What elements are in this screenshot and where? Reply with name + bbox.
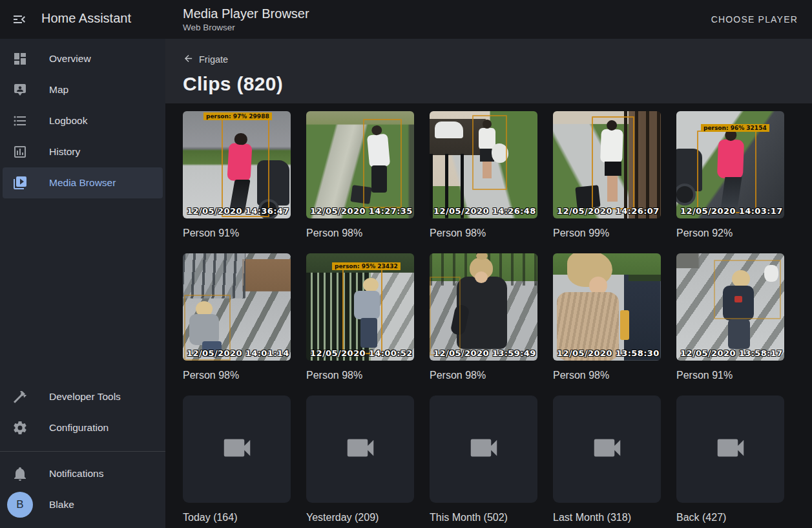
clip-timestamp: 12/05/2020 14:26:48 <box>433 206 536 216</box>
clip-card-7[interactable]: person: 95% 23432 12/05/2020 14:00:52 Pe… <box>306 253 414 381</box>
sidebar-item-user-profile[interactable]: B Blake <box>3 489 163 520</box>
folder-label: Today (164) <box>183 511 291 523</box>
video-camera-icon <box>220 430 255 468</box>
app-title: Home Assistant <box>41 11 131 26</box>
clip-thumbnail: 12/05/2020 14:26:07 <box>553 111 661 218</box>
clip-timestamp: 12/05/2020 14:27:35 <box>310 206 413 216</box>
clip-caption: Person 98% <box>430 369 537 381</box>
play-box-multiple-icon <box>12 175 28 191</box>
folder-row: Today (164) Yesterday (209) This Month (… <box>183 396 812 523</box>
clip-caption: Person 99% <box>553 227 661 239</box>
clip-row-2: 12/05/2020 14:01:14 Person 98% person: 9… <box>183 253 812 381</box>
clip-timestamp: 12/05/2020 14:26:07 <box>557 206 660 216</box>
clip-thumbnail: person: 97% 29988 12/05/2020 14:36:47 <box>183 111 291 218</box>
sidebar-item-label: Map <box>49 84 68 96</box>
folder-tile <box>430 396 537 503</box>
sidebar-toggle-button[interactable] <box>8 8 31 31</box>
folder-card-today[interactable]: Today (164) <box>183 396 291 523</box>
clip-card-4[interactable]: 12/05/2020 14:26:07 Person 99% <box>553 111 661 239</box>
home-assistant-app: Home Assistant Media Player Browser Web … <box>0 0 812 528</box>
detection-bounding-box <box>222 118 269 217</box>
detection-bounding-box <box>430 277 461 355</box>
choose-player-button[interactable]: CHOOSE PLAYER <box>706 9 803 30</box>
detection-bounding-box <box>592 116 634 209</box>
folder-tile <box>553 396 661 503</box>
clip-card-2[interactable]: 12/05/2020 14:27:35 Person 98% <box>306 111 414 239</box>
sidebar-item-map[interactable]: Map <box>3 74 163 105</box>
media-browser-content: Frigate Clips (820) person: 97% 29988 12… <box>165 39 812 528</box>
folder-label: Last Month (318) <box>553 511 661 523</box>
gear-icon <box>12 420 28 436</box>
folder-card-this-month[interactable]: This Month (502) <box>430 396 537 523</box>
clip-timestamp: 12/05/2020 13:58:17 <box>680 348 783 358</box>
view-header: Media Player Browser Web Browser <box>183 5 309 34</box>
list-bulleted-icon <box>12 113 28 129</box>
clip-card-6[interactable]: 12/05/2020 14:01:14 Person 98% <box>183 253 291 381</box>
sidebar-item-label: Configuration <box>49 422 109 434</box>
view-subtitle: Web Browser <box>183 22 309 34</box>
clip-timestamp: 12/05/2020 14:01:14 <box>187 348 289 358</box>
sidebar-item-history[interactable]: History <box>3 136 163 167</box>
sidebar-tools-group: Developer Tools Configuration <box>0 381 165 443</box>
clip-card-3[interactable]: 12/05/2020 14:26:48 Person 98% <box>430 111 537 239</box>
hammer-icon <box>12 389 28 405</box>
clip-caption: Person 98% <box>430 227 537 239</box>
sidebar-item-logbook[interactable]: Logbook <box>3 105 163 136</box>
clip-card-5[interactable]: person: 96% 32154 12/05/2020 14:03:17 Pe… <box>676 111 784 239</box>
video-camera-icon <box>343 430 378 468</box>
clip-thumbnail: 12/05/2020 13:58:17 <box>676 253 784 361</box>
sidebar-item-label: Overview <box>49 53 91 65</box>
clip-caption: Person 92% <box>676 227 784 239</box>
video-camera-icon <box>590 430 625 468</box>
clip-caption: Person 98% <box>183 369 291 381</box>
top-app-bar: Home Assistant Media Player Browser Web … <box>0 0 812 39</box>
sidebar: Overview Map Logbook History Media Brows… <box>0 39 165 528</box>
folder-tile <box>306 396 414 503</box>
clip-card-9[interactable]: 12/05/2020 13:58:30 Person 98% <box>553 253 661 381</box>
sidebar-item-configuration[interactable]: Configuration <box>3 412 163 443</box>
sidebar-item-label: Notifications <box>49 468 103 480</box>
clip-thumbnail: 12/05/2020 13:58:30 <box>553 253 661 361</box>
folder-card-last-month[interactable]: Last Month (318) <box>553 396 661 523</box>
detection-bounding-box <box>714 260 781 319</box>
clip-thumbnail: person: 96% 32154 12/05/2020 14:03:17 <box>676 111 784 218</box>
detection-bounding-box <box>363 119 402 208</box>
clip-timestamp: 12/05/2020 13:59:49 <box>433 348 536 358</box>
clip-thumbnail: 12/05/2020 14:01:14 <box>183 253 291 361</box>
folder-card-yesterday[interactable]: Yesterday (209) <box>306 396 414 523</box>
clip-thumbnail: 12/05/2020 13:59:49 <box>430 253 537 361</box>
sidebar-item-developer-tools[interactable]: Developer Tools <box>3 381 163 412</box>
view-title: Media Player Browser <box>183 5 309 22</box>
clip-caption: Person 91% <box>183 227 291 239</box>
video-camera-icon <box>713 430 748 468</box>
sidebar-item-overview[interactable]: Overview <box>3 43 163 74</box>
clip-thumbnail: person: 95% 23432 12/05/2020 14:00:52 <box>306 253 414 361</box>
clip-caption: Person 98% <box>306 227 414 239</box>
folder-label: Yesterday (209) <box>306 511 414 523</box>
arrow-left-icon <box>183 53 194 66</box>
clip-card-10[interactable]: 12/05/2020 13:58:17 Person 91% <box>676 253 784 381</box>
detection-bounding-box <box>472 115 507 190</box>
folder-label: Back (427) <box>676 511 784 523</box>
clip-caption: Person 91% <box>676 369 784 381</box>
menu-open-icon <box>12 12 27 27</box>
sidebar-bottom-group: Notifications B Blake <box>0 458 165 528</box>
user-avatar: B <box>7 492 33 518</box>
folder-tile <box>676 396 784 503</box>
video-camera-icon <box>466 430 501 468</box>
breadcrumb-label: Frigate <box>199 54 228 65</box>
sidebar-item-media-browser[interactable]: Media Browser <box>3 167 163 198</box>
clip-card-1[interactable]: person: 97% 29988 12/05/2020 14:36:47 Pe… <box>183 111 291 239</box>
clip-caption: Person 98% <box>553 369 661 381</box>
clip-caption: Person 98% <box>306 369 414 381</box>
sidebar-item-label: History <box>49 146 80 158</box>
sidebar-item-notifications[interactable]: Notifications <box>3 458 163 489</box>
clip-card-8[interactable]: 12/05/2020 13:59:49 Person 98% <box>430 253 537 381</box>
detection-label: person: 96% 32154 <box>701 124 769 132</box>
detection-bounding-box <box>342 269 382 354</box>
sidebar-item-label: Media Browser <box>49 177 116 189</box>
breadcrumb-back-frigate[interactable]: Frigate <box>183 39 228 66</box>
detection-label: person: 97% 29988 <box>203 112 272 120</box>
thumbnail-art-shape <box>728 319 750 349</box>
folder-card-back[interactable]: Back (427) <box>676 396 784 523</box>
